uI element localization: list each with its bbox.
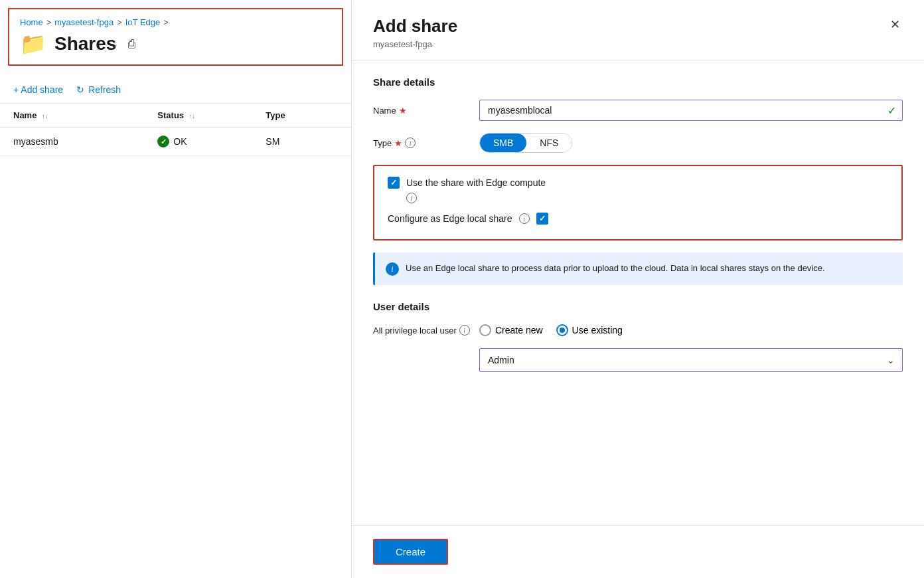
use-existing-radio[interactable] — [556, 324, 568, 336]
breadcrumb-device[interactable]: myasetest-fpga — [54, 17, 114, 27]
admin-select[interactable]: Admin — [479, 348, 903, 372]
privilege-info-icon[interactable]: i — [459, 325, 470, 336]
page-header: 📁 Shares ⎙ — [20, 31, 331, 56]
sort-status-icon: ↑↓ — [189, 113, 195, 120]
col-header-name[interactable]: Name ↑↓ — [13, 110, 157, 120]
check-mark-icon: ✓ — [887, 104, 896, 117]
create-button[interactable]: Create — [373, 539, 448, 565]
breadcrumb: Home > myasetest-fpga > IoT Edge > — [20, 17, 331, 27]
edge-compute-row: Use the share with Edge compute — [388, 177, 888, 189]
add-share-button[interactable]: + Add share — [13, 84, 63, 95]
type-info-icon[interactable]: i — [405, 138, 416, 148]
panel-subtitle: myasetest-fpga — [373, 39, 457, 49]
radio-group-area: Create new Use existing — [479, 324, 903, 336]
user-form-row: All privilege local user i Create new Us… — [373, 324, 903, 336]
user-details-title: User details — [373, 301, 903, 312]
info-banner-icon: i — [386, 262, 399, 276]
refresh-button[interactable]: ↻ Refresh — [76, 84, 121, 95]
panel-body: Share details Name ★ ✓ Type ★ i — [352, 60, 924, 525]
table-header: Name ↑↓ Status ↑↓ Type — [0, 104, 351, 128]
name-input[interactable] — [479, 100, 903, 121]
toolbar: + Add share ↻ Refresh — [0, 74, 351, 104]
name-form-row: Name ★ ✓ — [373, 100, 903, 121]
info-banner: i Use an Edge local share to process dat… — [373, 252, 903, 285]
use-existing-option[interactable]: Use existing — [556, 324, 623, 336]
panel-title: Add share — [373, 16, 457, 37]
panel-title-area: Add share myasetest-fpga — [373, 16, 457, 49]
folder-icon: 📁 — [20, 31, 46, 56]
create-new-radio[interactable] — [479, 324, 491, 336]
type-form-row: Type ★ i SMB NFS — [373, 133, 903, 153]
type-label: Type ★ i — [373, 138, 479, 148]
print-icon[interactable]: ⎙ — [128, 37, 135, 51]
name-input-wrapper: ✓ — [479, 100, 903, 121]
all-privilege-label: All privilege local user i — [373, 325, 479, 336]
info-banner-text: Use an Edge local share to process data … — [406, 262, 825, 275]
row-type: SM — [266, 136, 338, 147]
edge-local-row: Configure as Edge local share i — [388, 213, 888, 225]
nfs-option[interactable]: NFS — [526, 134, 572, 152]
sort-name-icon: ↑↓ — [42, 113, 48, 120]
col-header-type: Type — [266, 110, 338, 120]
type-toggle-area: SMB NFS — [479, 133, 903, 153]
sep3: > — [163, 17, 169, 27]
user-details-section: User details All privilege local user i … — [373, 301, 903, 372]
admin-select-wrapper: Admin ⌄ — [479, 348, 903, 372]
breadcrumb-home[interactable]: Home — [20, 17, 43, 27]
col-header-status[interactable]: Status ↑↓ — [157, 110, 266, 120]
status-ok: ✓ OK — [157, 136, 266, 147]
required-star: ★ — [399, 106, 407, 116]
right-panel: Add share myasetest-fpga ✕ Share details… — [352, 0, 924, 578]
edge-local-checkbox[interactable] — [536, 213, 548, 225]
refresh-icon: ↻ — [76, 84, 84, 95]
sep1: > — [46, 17, 52, 27]
edge-compute-info-icon[interactable]: i — [406, 193, 417, 203]
status-dot: ✓ — [157, 136, 169, 147]
type-toggle: SMB NFS — [479, 133, 572, 153]
row-name: myasesmb — [13, 136, 157, 147]
page-title: Shares — [54, 33, 116, 54]
share-details-title: Share details — [373, 76, 903, 88]
sep2: > — [117, 17, 122, 27]
edge-compute-checkbox[interactable] — [388, 177, 400, 189]
left-panel: Home > myasetest-fpga > IoT Edge > 📁 Sha… — [0, 0, 352, 578]
edge-local-label: Configure as Edge local share — [388, 213, 512, 224]
radio-group: Create new Use existing — [479, 324, 903, 336]
create-new-option[interactable]: Create new — [479, 324, 543, 336]
refresh-label: Refresh — [88, 84, 121, 95]
edge-local-info-icon[interactable]: i — [519, 213, 530, 224]
edge-compute-label: Use the share with Edge compute — [406, 177, 546, 188]
table-row[interactable]: myasesmb ✓ OK SM — [0, 128, 351, 156]
edge-compute-box: Use the share with Edge compute i Config… — [373, 165, 903, 241]
name-label: Name ★ — [373, 106, 479, 116]
close-button[interactable]: ✕ — [887, 16, 903, 33]
panel-header: Add share myasetest-fpga ✕ — [352, 0, 924, 60]
type-required-star: ★ — [394, 138, 402, 148]
left-top-box: Home > myasetest-fpga > IoT Edge > 📁 Sha… — [8, 8, 343, 66]
name-input-area: ✓ — [479, 100, 903, 121]
smb-option[interactable]: SMB — [480, 134, 526, 152]
row-status: ✓ OK — [157, 136, 266, 147]
breadcrumb-section[interactable]: IoT Edge — [125, 17, 161, 27]
panel-footer: Create — [352, 525, 924, 578]
